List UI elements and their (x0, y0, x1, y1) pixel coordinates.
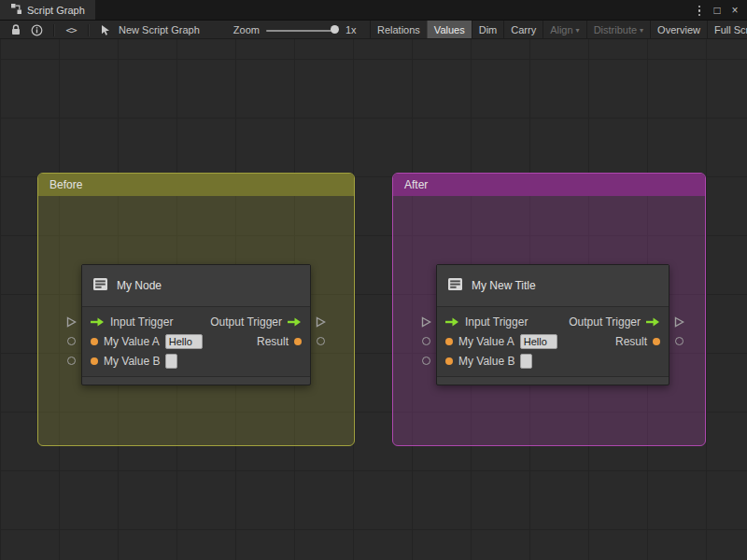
align-button[interactable]: Align ▾ (543, 21, 585, 39)
port-row-value-a: My Value A Result (82, 331, 310, 351)
value-b-port[interactable]: My Value B (445, 354, 532, 369)
result-port[interactable]: Result (615, 335, 660, 348)
group-after-header[interactable]: After (393, 174, 705, 196)
node-header[interactable]: My Node (82, 265, 310, 307)
node-footer (82, 376, 310, 385)
port-label: Result (257, 335, 289, 348)
unit-icon (92, 275, 109, 297)
graph-name[interactable]: New Script Graph (116, 24, 203, 35)
result-connector[interactable] (317, 337, 325, 345)
carry-button[interactable]: Carry (503, 21, 543, 39)
toolbar-left-cluster: <> New Script Graph Zoom 1x (0, 21, 359, 39)
group-before-header[interactable]: Before (38, 174, 354, 196)
port-row-value-b: My Value B (82, 351, 310, 371)
value-port-icon (445, 338, 453, 345)
node-title: My Node (117, 279, 162, 292)
window-menu-button[interactable] (692, 0, 707, 21)
output-trigger-connector[interactable] (674, 316, 684, 328)
script-graph-icon (10, 3, 22, 17)
node-my-new-title[interactable]: My New Title Input Trigger (436, 264, 669, 385)
value-b-field[interactable] (520, 354, 532, 369)
toolbar-divider (53, 24, 54, 36)
toolbar-button-cluster: Relations Values Dim Carry Align ▾ Distr… (370, 21, 747, 39)
zoom-label: Zoom (231, 24, 262, 35)
graph-pointer-icon (95, 21, 116, 39)
result-port[interactable]: Result (257, 335, 302, 348)
info-icon[interactable] (26, 21, 47, 39)
input-trigger-port[interactable]: Input Trigger (91, 315, 173, 329)
value-b-connector[interactable] (67, 357, 76, 365)
value-a-port[interactable]: My Value A (445, 334, 557, 349)
zoom-slider[interactable] (266, 21, 339, 39)
output-trigger-port[interactable]: Output Trigger (569, 315, 660, 329)
port-label: My Value A (104, 335, 160, 348)
values-button[interactable]: Values (427, 21, 472, 39)
maximize-button[interactable]: □ (710, 0, 725, 21)
zoom-value: 1x (343, 24, 359, 35)
node-port-rows: Input Trigger Output Trigger (82, 307, 310, 376)
fullscreen-button[interactable]: Full Screen (707, 21, 747, 39)
value-a-connector[interactable] (67, 337, 76, 345)
unity-graph-window: Script Graph □ × (0, 0, 747, 560)
graph-canvas[interactable]: Before After (0, 39, 747, 560)
port-label: My Value B (458, 355, 514, 368)
kebab-menu-icon (698, 6, 701, 17)
zoom-slider-knob[interactable] (331, 25, 339, 34)
output-trigger-connector[interactable] (316, 316, 326, 328)
port-row-trigger: Input Trigger Output Trigger (82, 312, 310, 331)
node-header[interactable]: My New Title (437, 265, 669, 307)
code-icon[interactable]: <> (61, 21, 81, 39)
value-a-field[interactable] (520, 334, 557, 349)
relations-button[interactable]: Relations (370, 21, 427, 39)
distribute-button-label: Distribute (594, 24, 637, 35)
node-port-rows: Input Trigger Output Trigger (437, 307, 669, 376)
output-trigger-port[interactable]: Output Trigger (210, 315, 302, 329)
value-b-field[interactable] (165, 354, 177, 369)
value-port-icon (445, 357, 453, 365)
port-label: Input Trigger (465, 315, 528, 329)
node-wrap-before: My Node Input Trigger (81, 264, 311, 385)
value-b-port[interactable]: My Value B (91, 354, 177, 369)
align-button-label: Align (550, 24, 572, 35)
group-after-label: After (404, 178, 428, 191)
node-title: My New Title (472, 279, 536, 292)
value-a-connector[interactable] (422, 337, 430, 345)
toolbar-divider (88, 24, 89, 36)
overview-button[interactable]: Overview (650, 21, 707, 39)
value-a-field[interactable] (165, 334, 203, 349)
port-label: My Value A (458, 335, 514, 348)
window-controls: □ × (692, 0, 747, 20)
value-port-icon (91, 357, 98, 365)
chevron-down-icon: ▾ (640, 26, 643, 35)
input-trigger-port[interactable]: Input Trigger (445, 315, 528, 329)
port-row-value-b: My Value B (437, 351, 669, 371)
unit-icon (446, 275, 464, 297)
port-row-value-a: My Value A Result (437, 331, 669, 351)
graph-toolbar: <> New Script Graph Zoom 1x Relations Va… (0, 21, 747, 39)
distribute-button[interactable]: Distribute ▾ (586, 21, 650, 39)
trigger-arrow-icon (288, 317, 302, 327)
result-connector[interactable] (675, 337, 684, 345)
group-before-label: Before (49, 178, 82, 191)
node-wrap-after: My New Title Input Trigger (436, 264, 669, 385)
value-b-connector[interactable] (422, 357, 430, 365)
trigger-arrow-icon (646, 317, 660, 327)
dim-button[interactable]: Dim (472, 21, 504, 39)
lock-icon[interactable] (6, 21, 26, 39)
tab-script-graph[interactable]: Script Graph (0, 0, 95, 20)
close-button[interactable]: × (727, 0, 742, 21)
node-my-node[interactable]: My Node Input Trigger (81, 264, 311, 385)
input-trigger-connector[interactable] (66, 316, 77, 328)
port-label: Output Trigger (210, 315, 282, 329)
port-label: My Value B (104, 355, 160, 368)
tab-title: Script Graph (27, 5, 85, 16)
zoom-slider-track (266, 30, 331, 32)
trigger-arrow-icon (91, 317, 105, 327)
window-tab-bar: Script Graph □ × (0, 0, 747, 21)
value-port-icon (294, 338, 302, 345)
port-label: Result (615, 335, 647, 348)
node-footer (437, 376, 669, 385)
value-port-icon (653, 338, 660, 345)
input-trigger-connector[interactable] (421, 316, 431, 328)
value-a-port[interactable]: My Value A (91, 334, 203, 349)
